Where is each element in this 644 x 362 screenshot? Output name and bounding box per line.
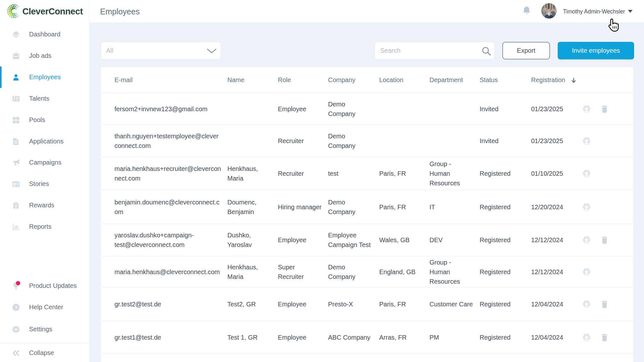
svg-text:?: ?	[15, 305, 17, 310]
